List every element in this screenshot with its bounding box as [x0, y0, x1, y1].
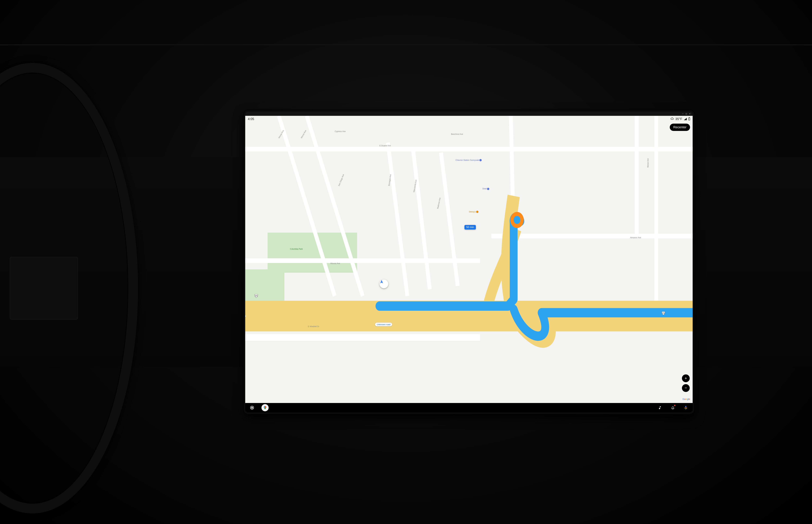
street-label: E Duane Ave	[380, 145, 391, 147]
recenter-button[interactable]: Recenter	[670, 124, 690, 131]
poi-label: Shell	[482, 187, 489, 190]
poi-label: Columbia Park	[290, 248, 303, 250]
maximize-button[interactable]: □	[686, 113, 687, 115]
window-titlebar: — □ ✕	[245, 112, 693, 116]
maps-app-button[interactable]	[262, 404, 269, 411]
dashboard-top-edge	[0, 45, 812, 46]
highway-shield: 101	[254, 294, 259, 298]
media-button[interactable]	[656, 404, 663, 411]
notification-badge	[674, 405, 676, 406]
svg-text:101: 101	[662, 312, 665, 314]
close-button[interactable]: ✕	[689, 113, 690, 115]
street-label: Alturas Ave	[330, 262, 340, 265]
svg-point-19	[265, 407, 266, 408]
svg-line-7	[388, 143, 408, 296]
google-attribution: Google	[682, 398, 690, 400]
svg-line-8	[413, 149, 430, 290]
current-location-marker	[380, 280, 388, 288]
infotainment-screen: — □ ✕ 4:05 35°F	[245, 112, 693, 412]
assistant-button[interactable]	[682, 404, 690, 411]
street-label: Morse Ave	[647, 158, 649, 167]
poi-label: Denny's	[469, 211, 479, 213]
system-nav-bar	[245, 403, 693, 412]
highway-shield: 101	[661, 311, 665, 315]
svg-point-18	[251, 407, 253, 409]
current-road-chip: Unknown road	[375, 323, 392, 326]
zoom-in-button[interactable]: +	[682, 374, 690, 382]
zoom-out-button[interactable]: −	[682, 384, 690, 392]
street-label: Almanor Ave	[630, 236, 641, 239]
street-label: Beechnut Ave	[451, 133, 463, 135]
notifications-button[interactable]	[669, 404, 676, 411]
minimize-button[interactable]: —	[682, 113, 683, 115]
svg-rect-21	[685, 407, 686, 408]
poi-label: Chevron Station Sunnyvale	[455, 159, 482, 162]
street-label: E Weddell Dr	[308, 325, 319, 328]
map-canvas[interactable]: 101101 Morse AveMorse AveCypress AveE Du…	[245, 116, 693, 403]
infotainment-bezel: — □ ✕ 4:05 35°F	[244, 110, 694, 414]
street-label: Cypress Ave	[335, 130, 346, 133]
app-launcher-button[interactable]	[248, 404, 255, 411]
steering-wheel-controls	[10, 257, 78, 320]
svg-line-9	[441, 152, 458, 286]
svg-text:101: 101	[255, 295, 258, 297]
eta-chip: 50 min	[464, 225, 476, 230]
